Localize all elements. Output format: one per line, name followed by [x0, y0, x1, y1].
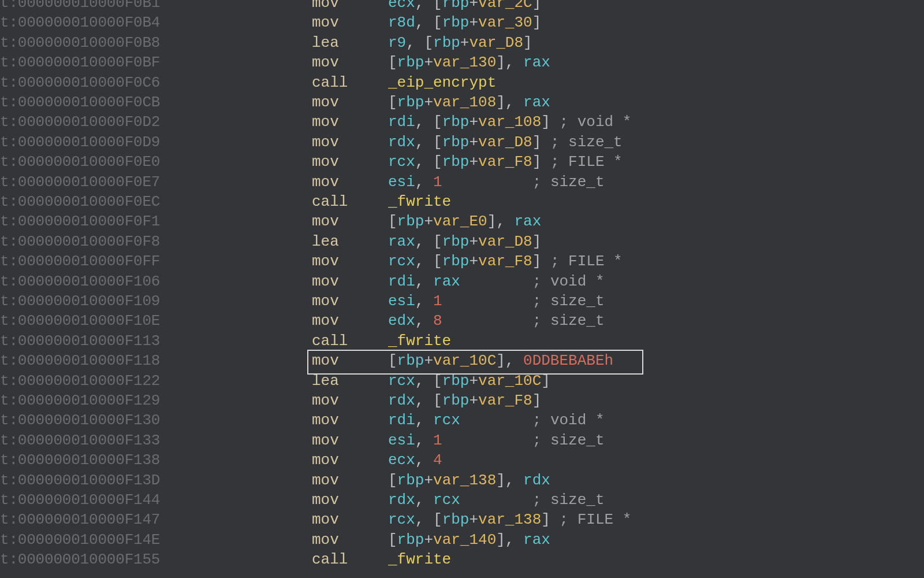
mnemonic: mov — [312, 112, 388, 132]
operands: rdi, rax ; void * — [388, 272, 605, 291]
token-var: var_2C — [478, 0, 532, 12]
disasm-line[interactable]: t:000000010000F0B1movecx, [rbp+var_2C] — [0, 0, 541, 13]
disasm-line[interactable]: t:000000010000F0D2movrdi, [rbp+var_108] … — [0, 112, 631, 132]
instruction[interactable]: call_eip_encrypt — [312, 73, 496, 92]
token-reg: ecx — [388, 451, 415, 469]
address: t:000000010000F0E0 — [0, 152, 153, 172]
token-reg: r8d — [388, 14, 415, 31]
disasm-line[interactable]: t:000000010000F0E7movesi, 1 ; size_t — [0, 172, 605, 192]
gutter-gap — [153, 490, 312, 510]
instruction[interactable]: movecx, [rbp+var_2C] — [312, 0, 541, 13]
address: t:000000010000F133 — [0, 431, 153, 450]
token-reg: rdi — [388, 273, 415, 290]
token-punc: ], — [487, 213, 515, 230]
disasm-line[interactable]: t:000000010000F0FFmovrcx, [rbp+var_F8] ;… — [0, 251, 623, 271]
instruction[interactable]: movecx, 4 — [312, 450, 442, 470]
gutter-gap — [153, 371, 312, 391]
instruction[interactable]: movrcx, [rbp+var_138] ; FILE * — [312, 510, 631, 529]
operands: [rbp+var_E0], rax — [388, 212, 541, 231]
instruction[interactable]: movrdx, [rbp+var_F8] — [312, 391, 541, 410]
instruction[interactable]: movrdx, rcx ; size_t — [312, 490, 605, 510]
disasm-line[interactable]: t:000000010000F0B4movr8d, [rbp+var_30] — [0, 13, 541, 32]
token-punc: + — [424, 352, 433, 369]
operands: ecx, [rbp+var_2C] — [388, 0, 541, 13]
instruction[interactable]: call_fwrite — [312, 192, 451, 212]
disasm-line[interactable]: t:000000010000F118mov[rbp+var_10C], 0DDB… — [0, 351, 613, 370]
disasm-line[interactable]: t:000000010000F0E0movrcx, [rbp+var_F8] ;… — [0, 152, 623, 172]
gutter-gap — [153, 470, 312, 490]
token-punc: + — [424, 54, 433, 71]
gutter-gap — [153, 53, 312, 72]
token-punc: + — [424, 472, 433, 489]
disasm-line[interactable]: t:000000010000F0F1mov[rbp+var_E0], rax — [0, 212, 541, 231]
token-fun: _fwrite — [388, 193, 451, 210]
disasm-line[interactable]: t:000000010000F0ECcall_fwrite — [0, 192, 451, 212]
instruction[interactable]: movesi, 1 ; size_t — [312, 431, 605, 450]
disasm-line[interactable]: t:000000010000F0D9movrdx, [rbp+var_D8] ;… — [0, 132, 623, 152]
disasm-line[interactable]: t:000000010000F144movrdx, rcx ; size_t — [0, 490, 605, 510]
mnemonic: mov — [312, 431, 388, 450]
disasm-line[interactable]: t:000000010000F129movrdx, [rbp+var_F8] — [0, 391, 541, 410]
instruction[interactable]: movrdi, rax ; void * — [312, 272, 605, 291]
disasm-line[interactable]: t:000000010000F147movrcx, [rbp+var_138] … — [0, 510, 631, 529]
operands: rax, [rbp+var_D8] — [388, 232, 541, 251]
disasm-line[interactable]: t:000000010000F0CBmov[rbp+var_108], rax — [0, 92, 550, 112]
token-punc: , [ — [406, 34, 433, 51]
instruction[interactable]: movr8d, [rbp+var_30] — [312, 13, 541, 32]
address: t:000000010000F0C6 — [0, 73, 153, 92]
token-reg: rdx — [523, 472, 550, 489]
address: t:000000010000F0D2 — [0, 112, 153, 132]
instruction[interactable]: call_fwrite — [312, 331, 451, 351]
disasm-line[interactable]: t:000000010000F0F8learax, [rbp+var_D8] — [0, 232, 541, 251]
instruction[interactable]: movesi, 1 ; size_t — [312, 172, 605, 192]
token-punc: , [ — [415, 372, 442, 390]
instruction[interactable]: mov[rbp+var_140], rax — [312, 530, 550, 550]
disasm-line[interactable]: t:000000010000F0B8lear9, [rbp+var_D8] — [0, 33, 532, 53]
token-reg: ecx — [388, 0, 415, 12]
disasm-line[interactable]: t:000000010000F122learcx, [rbp+var_10C] — [0, 371, 550, 391]
token-punc: [ — [388, 472, 397, 489]
instruction[interactable]: mov[rbp+var_108], rax — [312, 92, 550, 112]
token-var: var_10C — [433, 352, 496, 369]
mnemonic: lea — [312, 33, 388, 53]
disasm-line[interactable]: t:000000010000F133movesi, 1 ; size_t — [0, 431, 605, 450]
token-punc: ] — [541, 372, 550, 390]
token-punc: , — [415, 412, 433, 429]
instruction[interactable]: call_fwrite — [312, 550, 451, 569]
instruction[interactable]: movrdi, [rbp+var_108] ; void * — [312, 112, 631, 132]
instruction[interactable]: mov[rbp+var_138], rdx — [312, 470, 550, 490]
disasm-line[interactable]: t:000000010000F0BFmov[rbp+var_130], rax — [0, 53, 550, 72]
disasm-line[interactable]: t:000000010000F0C6call_eip_encrypt — [0, 73, 496, 92]
instruction[interactable]: mov[rbp+var_10C], 0DDBEBABEh — [312, 351, 613, 370]
operands: rcx, [rbp+var_10C] — [388, 371, 550, 391]
disasm-line[interactable]: t:000000010000F113call_fwrite — [0, 331, 451, 351]
operands: rdi, [rbp+var_108] ; void * — [388, 112, 631, 132]
instruction[interactable]: learax, [rbp+var_D8] — [312, 232, 541, 251]
disassembly-view[interactable]: t:000000010000F0B1movecx, [rbp+var_2C]t:… — [0, 0, 924, 578]
mnemonic: mov — [312, 410, 388, 430]
disasm-line[interactable]: t:000000010000F109movesi, 1 ; size_t — [0, 291, 605, 311]
token-punc — [460, 491, 532, 509]
instruction[interactable]: lear9, [rbp+var_D8] — [312, 33, 532, 53]
disasm-line[interactable]: t:000000010000F130movrdi, rcx ; void * — [0, 410, 605, 430]
disasm-line[interactable]: t:000000010000F138movecx, 4 — [0, 450, 442, 470]
instruction[interactable]: movesi, 1 ; size_t — [312, 291, 605, 311]
disasm-line[interactable]: t:000000010000F155call_fwrite — [0, 550, 451, 569]
disasm-line[interactable]: t:000000010000F13Dmov[rbp+var_138], rdx — [0, 470, 550, 490]
instruction[interactable]: movrdx, [rbp+var_D8] ; size_t — [312, 132, 623, 152]
token-punc: [ — [388, 531, 397, 549]
disasm-line[interactable]: t:000000010000F14Emov[rbp+var_140], rax — [0, 530, 550, 550]
token-var: var_138 — [478, 511, 541, 528]
token-reg: r9 — [388, 34, 406, 51]
instruction[interactable]: movrcx, [rbp+var_F8] ; FILE * — [312, 152, 623, 172]
disasm-line[interactable]: t:000000010000F10Emovedx, 8 ; size_t — [0, 311, 605, 331]
token-punc: ], — [496, 352, 523, 369]
instruction[interactable]: movedx, 8 ; size_t — [312, 311, 605, 331]
instruction[interactable]: movrcx, [rbp+var_F8] ; FILE * — [312, 251, 623, 271]
instruction[interactable]: learcx, [rbp+var_10C] — [312, 371, 550, 391]
disasm-line[interactable]: t:000000010000F106movrdi, rax ; void * — [0, 272, 605, 291]
instruction[interactable]: movrdi, rcx ; void * — [312, 410, 605, 430]
instruction[interactable]: mov[rbp+var_E0], rax — [312, 212, 541, 231]
operands: esi, 1 ; size_t — [388, 431, 605, 450]
instruction[interactable]: mov[rbp+var_130], rax — [312, 53, 550, 72]
